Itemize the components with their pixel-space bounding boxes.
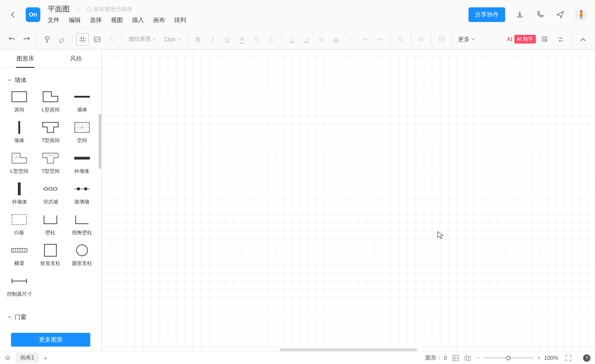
shape-sidebar: 图形库 风格 墙体 房间 L型房间 墙体 墙体 T型房间 空间 L型空间 T型空… <box>0 50 102 351</box>
menu-canvas[interactable]: 画布 <box>153 16 165 24</box>
svg-rect-8 <box>12 92 27 102</box>
shape-wall[interactable]: 墙体 <box>66 88 98 115</box>
zoom-in-button[interactable]: + <box>537 355 540 361</box>
italic-icon[interactable]: I <box>206 33 219 46</box>
undo-button[interactable] <box>6 33 18 46</box>
arrow-end-icon[interactable] <box>374 33 386 46</box>
category-doors-windows[interactable]: 门窗 <box>2 309 99 325</box>
line-height-icon[interactable] <box>250 33 263 46</box>
group-icon[interactable] <box>435 33 448 46</box>
add-page-button[interactable]: + <box>44 354 47 362</box>
shape-controller-size[interactable]: 控制器尺寸 <box>4 272 35 299</box>
shape-t-room[interactable]: T型房间 <box>35 119 66 146</box>
font-family-select[interactable]: 微软雅黑 <box>126 33 159 46</box>
underline-icon[interactable]: U <box>221 33 234 46</box>
canvas-horizontal-scrollbar[interactable] <box>280 348 417 351</box>
document-title[interactable]: 平面图 <box>48 5 70 14</box>
shape-space[interactable]: 空间 <box>66 119 98 146</box>
image-icon[interactable] <box>91 33 104 46</box>
zoom-value[interactable]: 100% <box>544 355 560 361</box>
collapse-panel-icon[interactable] <box>577 33 589 46</box>
category-walls[interactable]: 墙体 <box>2 72 99 88</box>
grid-icon[interactable] <box>76 33 89 46</box>
shape-glass-wall[interactable]: 玻璃墙 <box>66 180 98 207</box>
fill-color-icon[interactable] <box>286 33 298 46</box>
menu-edit[interactable]: 编辑 <box>69 16 81 24</box>
shape-l-space[interactable]: L型空间 <box>4 149 35 176</box>
svg-rect-18 <box>84 188 87 190</box>
shape-count: 图形： 0 <box>425 354 447 362</box>
align-icon[interactable] <box>265 33 278 46</box>
user-avatar[interactable]: 🧍 <box>575 8 588 21</box>
share-button[interactable]: 分享协作 <box>468 7 505 22</box>
favorite-icon[interactable]: ☆ <box>75 6 81 13</box>
canvas-area[interactable] <box>102 50 595 351</box>
tab-style[interactable]: 风格 <box>51 50 102 67</box>
arrow-start-icon[interactable] <box>359 33 372 46</box>
shape-pilaster[interactable]: 壁柱 <box>35 211 66 238</box>
send-icon[interactable] <box>555 9 566 20</box>
shape-exterior-wall[interactable]: 外墙体 <box>66 149 98 176</box>
shape-t-space[interactable]: T型空间 <box>35 149 66 176</box>
menu-bar: 文件 编辑 选择 视图 插入 画布 排列 <box>48 16 468 24</box>
shape-room[interactable]: 房间 <box>4 88 35 115</box>
svg-rect-4 <box>304 42 309 43</box>
save-status: 所有更改已保存 <box>87 6 132 13</box>
bold-icon[interactable]: B <box>192 33 204 46</box>
shape-whiteboard[interactable]: 白板 <box>4 211 35 238</box>
tab-shape-library[interactable]: 图形库 <box>0 50 51 67</box>
menu-select[interactable]: 选择 <box>90 16 102 24</box>
border-color-icon[interactable] <box>300 33 313 46</box>
svg-rect-10 <box>18 121 20 134</box>
shape-corner-pilaster[interactable]: 拐角壁柱 <box>66 211 98 238</box>
shape-curtain-wall[interactable]: 帘式墙 <box>35 180 66 207</box>
help-icon[interactable]: ? <box>583 354 590 362</box>
shape-beam[interactable]: 横梁 <box>4 242 35 269</box>
download-icon[interactable] <box>514 9 525 20</box>
align-objects-icon[interactable] <box>415 33 428 46</box>
font-color-icon[interactable]: A <box>236 33 248 46</box>
svg-rect-12 <box>74 157 90 160</box>
layers-icon[interactable] <box>394 33 407 46</box>
shape-round-column[interactable]: 圆形支柱 <box>66 242 98 269</box>
connector-icon[interactable] <box>344 33 357 46</box>
svg-point-7 <box>544 38 546 40</box>
shape-wall-v[interactable]: 墙体 <box>4 119 35 146</box>
font-size-select[interactable]: 13px <box>161 33 184 46</box>
swap-icon[interactable] <box>554 33 567 46</box>
zoom-out-button[interactable]: − <box>476 355 479 361</box>
ai-assistant-button[interactable]: AI AI 助手 <box>507 35 536 44</box>
sidebar-scrollbar[interactable] <box>99 114 101 169</box>
eraser-icon[interactable] <box>55 33 68 46</box>
shape-l-room[interactable]: L型房间 <box>35 88 66 115</box>
menu-file[interactable]: 文件 <box>48 16 60 24</box>
svg-rect-2 <box>94 37 100 42</box>
menu-view[interactable]: 视图 <box>111 16 123 24</box>
svg-rect-13 <box>18 182 21 195</box>
map-icon[interactable] <box>464 355 471 361</box>
status-bar: 画布1 + 图形： 0 − + 100% ? <box>0 351 595 364</box>
line-style-icon[interactable] <box>315 33 328 46</box>
menu-arrange[interactable]: 排列 <box>174 16 186 24</box>
menu-insert[interactable]: 插入 <box>132 16 144 24</box>
line-weight-icon[interactable] <box>330 33 342 46</box>
more-tools-button[interactable]: 更多 <box>456 35 477 44</box>
grid-toggle-icon[interactable] <box>452 355 459 361</box>
more-shapes-button[interactable]: 更多图形 <box>11 333 90 347</box>
redo-button[interactable] <box>20 33 33 46</box>
svg-rect-16 <box>54 188 56 190</box>
fullscreen-icon[interactable] <box>565 355 572 361</box>
phone-icon[interactable] <box>534 9 545 20</box>
layers-panel-icon[interactable] <box>5 355 11 361</box>
zoom-slider[interactable] <box>483 357 534 358</box>
shape-exterior-wall-v[interactable]: 外墙体 <box>4 180 35 207</box>
shape-rect-column[interactable]: 矩形支柱 <box>35 242 66 269</box>
cursor-icon <box>437 231 444 239</box>
page-tab[interactable]: 画布1 <box>16 353 39 363</box>
search-icon[interactable] <box>539 33 551 46</box>
svg-rect-19 <box>12 215 27 225</box>
link-icon[interactable] <box>105 33 118 46</box>
format-painter-icon[interactable] <box>41 33 54 46</box>
ai-icon: AI <box>507 36 512 43</box>
back-button[interactable] <box>7 9 18 20</box>
